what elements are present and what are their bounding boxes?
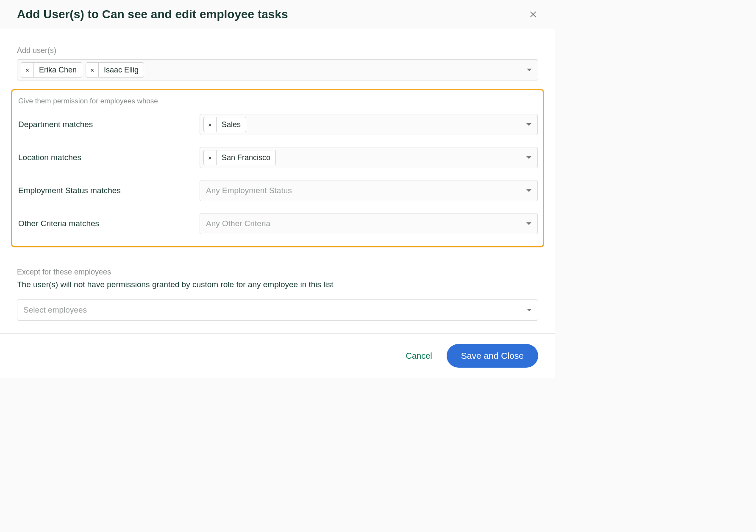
- modal-header: Add User(s) to Can see and edit employee…: [0, 0, 555, 29]
- chevron-down-icon: [526, 156, 531, 159]
- criteria-label: Location matches: [17, 153, 200, 162]
- criteria-label: Other Criteria matches: [17, 219, 200, 228]
- select-placeholder: Select employees: [23, 305, 87, 315]
- modal-body: Add user(s) × Erika Chen × Isaac Ellig G…: [0, 29, 555, 333]
- chip-label: San Francisco: [217, 150, 275, 165]
- criteria-row-employment-status: Employment Status matches Any Employment…: [17, 180, 538, 201]
- cancel-button[interactable]: Cancel: [403, 351, 434, 361]
- save-and-close-button[interactable]: Save and Close: [447, 344, 538, 368]
- select-placeholder: Any Other Criteria: [203, 219, 270, 228]
- remove-chip-button[interactable]: ×: [86, 63, 99, 77]
- user-chip: × Erika Chen: [21, 62, 82, 78]
- permission-criteria-box: Give them permission for employees whose…: [11, 89, 544, 247]
- criteria-row-department: Department matches × Sales: [17, 114, 538, 135]
- user-chip: × Isaac Ellig: [86, 62, 144, 78]
- chevron-down-icon: [526, 189, 531, 192]
- location-select[interactable]: × San Francisco: [200, 147, 538, 168]
- chevron-down-icon: [526, 222, 531, 225]
- remove-chip-button[interactable]: ×: [204, 150, 217, 165]
- except-block: Except for these employees The user(s) w…: [17, 268, 538, 321]
- except-label: Except for these employees: [17, 268, 538, 277]
- chevron-down-icon: [527, 309, 532, 311]
- except-employees-select[interactable]: Select employees: [17, 299, 538, 321]
- remove-chip-button[interactable]: ×: [204, 117, 217, 132]
- modal-add-users: Add User(s) to Can see and edit employee…: [0, 0, 555, 378]
- employment-status-select[interactable]: Any Employment Status: [200, 180, 538, 201]
- criteria-chip: × Sales: [203, 117, 246, 132]
- criteria-row-location: Location matches × San Francisco: [17, 147, 538, 168]
- except-description: The user(s) will not have permissions gr…: [17, 280, 538, 289]
- chip-label: Erika Chen: [34, 63, 82, 77]
- criteria-chip: × San Francisco: [203, 150, 276, 165]
- criteria-label: Department matches: [17, 120, 200, 129]
- permission-section-label: Give them permission for employees whose: [17, 97, 538, 105]
- chevron-down-icon: [527, 69, 532, 71]
- select-placeholder: Any Employment Status: [203, 186, 292, 195]
- modal-title: Add User(s) to Can see and edit employee…: [17, 8, 288, 21]
- add-users-select[interactable]: × Erika Chen × Isaac Ellig: [17, 59, 538, 80]
- criteria-label: Employment Status matches: [17, 186, 200, 195]
- add-users-label: Add user(s): [17, 46, 538, 55]
- close-button[interactable]: [528, 9, 538, 19]
- modal-footer: Cancel Save and Close: [0, 333, 555, 378]
- department-select[interactable]: × Sales: [200, 114, 538, 135]
- close-icon: [529, 10, 537, 19]
- chip-label: Sales: [217, 117, 246, 132]
- other-criteria-select[interactable]: Any Other Criteria: [200, 213, 538, 234]
- chip-label: Isaac Ellig: [99, 63, 144, 77]
- criteria-row-other-criteria: Other Criteria matches Any Other Criteri…: [17, 213, 538, 234]
- remove-chip-button[interactable]: ×: [21, 63, 34, 77]
- chevron-down-icon: [526, 123, 531, 126]
